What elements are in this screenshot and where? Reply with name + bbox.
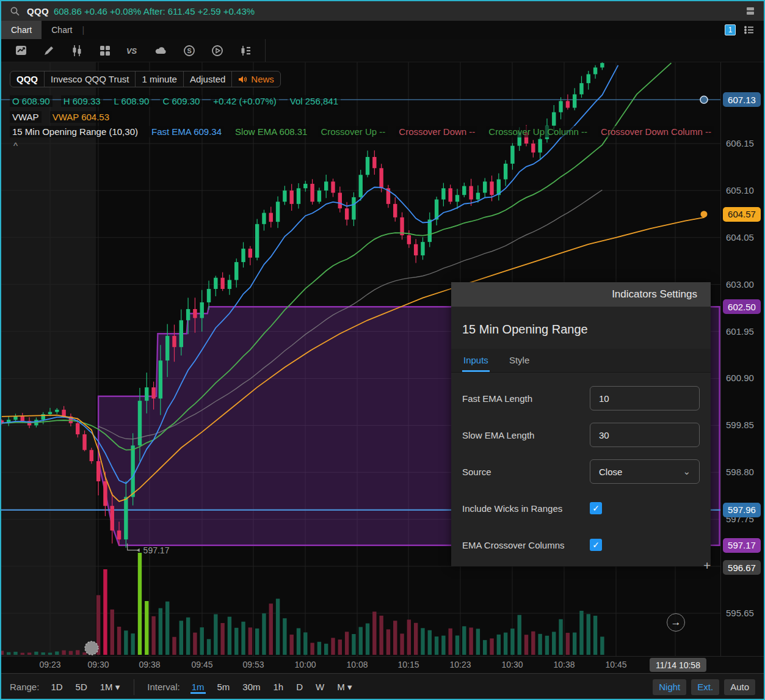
candle [552,112,556,126]
replay-drag-handle[interactable] [85,641,98,655]
indicator-legend-item[interactable]: Crossover Up Column -- [486,126,590,137]
interval-option-30m[interactable]: 30m [241,680,261,694]
time-tick-label: 10:30 [494,660,531,669]
checkbox[interactable]: ✓ [590,539,602,551]
volume-bar [13,652,17,655]
play-circle-icon[interactable] [210,43,225,58]
field-row: Include Wicks in Ranges✓ [462,496,700,520]
candle [393,204,397,217]
candle [462,186,466,195]
indicator-legend[interactable]: 15 Min Opening Range (10,30)Fast EMA 609… [10,126,714,137]
volume-bar [587,614,590,655]
layout-panels-icon[interactable] [743,4,758,18]
scroll-to-latest-button[interactable]: → [667,613,685,632]
indicator-legend-item[interactable]: Crossover Down Column -- [598,126,714,137]
volume-bar [62,651,65,655]
panel-fields: Fast EMA Length10Slow EMA Length30Source… [451,373,711,557]
volume-bar [69,651,73,655]
list-menu-icon[interactable] [742,23,756,37]
candle [13,417,17,420]
symbol-ticker[interactable]: QQQ [27,6,49,16]
tab-chart-active[interactable]: Chart [1,21,42,39]
indicator-legend-item[interactable]: Crossover Down -- [396,126,477,137]
interval-option-1m[interactable]: 1m [190,680,206,694]
indicator-legend-item[interactable]: Slow EMA 608.31 [233,126,310,137]
chip-adjusted[interactable]: Adjusted [184,71,232,87]
input-field[interactable]: 10 [590,386,700,410]
candle [82,434,86,450]
cloud-icon[interactable] [154,43,169,58]
ohlc-item: H 609.33 [61,95,103,107]
input-field[interactable]: 30 [590,423,700,447]
candle [338,193,342,209]
volume-bar [76,650,79,655]
candle [407,235,411,244]
volume-bar [345,632,349,655]
range-option-1d[interactable]: 1D [49,680,63,694]
panel-tab-style[interactable]: Style [508,349,531,372]
volume-bar [289,635,293,655]
volume-bar [531,632,535,655]
interval-option-m[interactable]: M ▾ [336,680,353,695]
auto-button[interactable]: Auto [724,679,755,695]
add-price-level-icon[interactable]: + [703,558,711,573]
volume-bar [255,629,259,655]
chart-image-icon[interactable] [13,43,28,58]
time-axis[interactable]: 09:2309:3009:3809:4509:5310:0010:0810:15… [1,656,764,673]
night-button[interactable]: Night [653,679,686,695]
search-icon[interactable] [7,4,22,18]
bottombar-buttons: NightExt.Auto [653,679,755,695]
vwap-name: VWAP [10,111,42,123]
volume-bar [151,616,155,655]
candle [538,139,542,153]
candle [234,262,238,280]
volume-bar [331,638,335,655]
panel-header[interactable]: Indicators Settings [451,282,711,307]
vwap-legend[interactable]: VWAP VWAP 604.53 [10,111,112,123]
compare-vs-icon[interactable]: VS [126,43,140,58]
volume-bar [48,653,52,655]
grid-layout-icon[interactable] [98,43,112,58]
dollar-circle-icon[interactable]: S [182,43,197,58]
range-option-5d[interactable]: 5D [74,680,89,694]
volume-bar [579,611,583,655]
range-option-1m[interactable]: 1M ▾ [99,680,121,695]
candle [179,320,183,347]
volume-bar [393,621,397,655]
app-window: QQQ 608.86 +0.46 +0.08% After: 611.45 +2… [0,0,765,700]
indicator-legend-item[interactable]: Crossover Up -- [318,126,388,137]
ohlc-item: C 609.30 [160,95,202,107]
price-axis[interactable]: 606.15605.10604.05603.00601.95600.90599.… [720,62,764,656]
indicator-legend-item[interactable]: 15 Min Opening Range (10,30) [10,126,140,137]
checkbox[interactable]: ✓ [590,502,602,514]
axis-price-label: 606.15 [726,138,754,148]
layout-list-icon[interactable] [238,43,253,58]
chip-interval[interactable]: 1 minute [136,71,184,87]
volume-bar [600,636,604,655]
interval-option-w[interactable]: W [314,680,325,694]
price-line-dot[interactable] [700,96,708,103]
interval-option-d[interactable]: D [295,680,304,694]
panel-tab-inputs[interactable]: Inputs [462,349,490,372]
volume-bar [317,642,321,655]
draw-pencil-icon[interactable] [42,43,56,58]
tab-chart-2[interactable]: Chart [42,21,82,39]
chip-symbol[interactable]: QQQ [10,71,45,87]
interval-option-5m[interactable]: 5m [216,680,231,694]
volume-bar [462,626,466,655]
volume-bar [593,616,597,655]
candle [131,445,134,497]
interval-option-1h[interactable]: 1h [272,680,285,694]
collapse-caret[interactable]: ^ [13,140,18,151]
chip-news[interactable]: News [232,71,280,87]
volume-bar [124,630,128,655]
divider [134,679,134,695]
select-field[interactable]: Close⌄ [590,459,700,484]
indicator-legend-item[interactable]: Fast EMA 609.34 [149,126,224,137]
candle [372,157,376,168]
ext-button[interactable]: Ext. [691,679,719,695]
candle [289,191,293,204]
candles-icon[interactable] [70,43,84,58]
svg-text:S: S [187,47,192,54]
vwap-value: VWAP 604.53 [50,111,112,123]
